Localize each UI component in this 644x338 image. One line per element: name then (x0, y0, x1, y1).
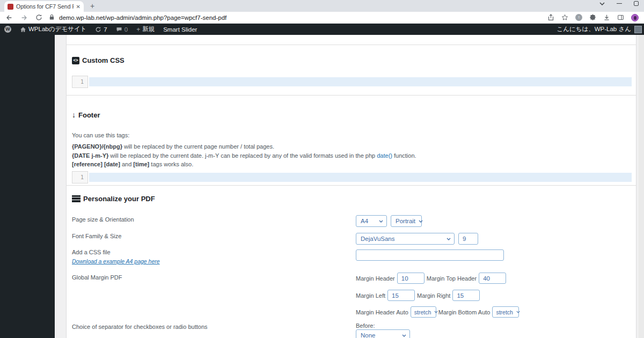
separator-label: Choice of separator for checkboxes or ra… (72, 324, 208, 330)
personalize-heading: Personalize your PDF (72, 195, 155, 203)
share-icon[interactable] (547, 14, 554, 21)
font-label: Font Family & Size (72, 233, 121, 239)
orientation-select[interactable]: Portrait (391, 215, 422, 227)
smart-slider-menu[interactable]: Smart Slider (159, 24, 201, 35)
margin-right-input[interactable] (452, 290, 480, 301)
font-size-input[interactable] (458, 233, 478, 245)
tab-favicon (8, 4, 13, 10)
section-divider (67, 185, 636, 186)
tab-search-chevron-icon[interactable] (599, 2, 605, 5)
font-family-select[interactable]: DejaVuSans (356, 233, 455, 245)
smart-slider-label: Smart Slider (163, 26, 197, 33)
footer-heading: ↓ Footer (72, 111, 100, 119)
global-margin-label: Global Margin PDF (72, 274, 122, 281)
margin-header-auto-label: Margin Header Auto (356, 309, 408, 315)
home-icon (20, 26, 26, 33)
window-minimize-button[interactable] (617, 3, 622, 4)
lock-icon (49, 13, 55, 23)
footer-intro: You can use this tags: (72, 132, 129, 138)
extensions-puzzle-icon[interactable] (589, 14, 596, 21)
margin-left-label: Margin Left (356, 292, 385, 299)
css-file-input[interactable] (356, 249, 504, 261)
footer-tag-line-1: {PAGENO}/{nbpg} will be replaced by the … (72, 143, 274, 150)
updates-icon (95, 26, 101, 33)
margin-top-header-input[interactable] (479, 273, 506, 284)
page-size-label: Page size & Orientation (72, 216, 134, 223)
editor-active-line[interactable] (89, 173, 632, 182)
address-bar[interactable]: demo.wp-lab.net/wp-admin/admin.php?page=… (49, 13, 547, 23)
css-file-label: Add a CSS file (72, 249, 111, 255)
wp-logo-menu[interactable]: W (0, 24, 16, 35)
margin-bottom-auto-select[interactable]: stretch (492, 306, 519, 318)
footer-editor[interactable]: 1 (72, 171, 633, 183)
page-scrollbar[interactable] (639, 35, 644, 338)
wordpress-logo-icon: W (4, 26, 11, 33)
before-label: Before: (356, 322, 375, 329)
custom-css-editor[interactable]: 1 (72, 76, 633, 88)
editor-line-number: 1 (72, 171, 88, 183)
bookmark-star-icon[interactable] (561, 14, 568, 21)
comments-count: 0 (125, 26, 128, 33)
profile-avatar[interactable] (631, 14, 639, 21)
section-divider (67, 95, 636, 95)
section-divider (67, 45, 636, 45)
browser-tab[interactable]: Options for CF7 Send PDF ‹ WPL… ✕ (4, 1, 84, 12)
margin-bottom-auto-label: Margin Bottom Auto (438, 309, 491, 315)
downloads-icon[interactable] (603, 14, 610, 21)
browser-tab-strip: Options for CF7 Send PDF ‹ WPL… ✕ + (0, 0, 644, 12)
php-date-link[interactable]: date() (377, 152, 392, 159)
chevron-down-icon (402, 334, 406, 337)
side-panel-icon[interactable] (617, 14, 624, 21)
wp-admin-sidebar (0, 35, 55, 338)
editor-active-line[interactable] (89, 77, 632, 86)
updates-count: 7 (104, 26, 107, 33)
settings-panel: <> Custom CSS 1 ↓ Footer You can use thi… (66, 35, 636, 338)
chevron-down-icon (516, 311, 520, 313)
plus-icon: + (136, 26, 140, 33)
margin-top-header-label: Margin Top Header (427, 275, 477, 282)
chevron-down-icon (419, 220, 423, 223)
download-example-link[interactable]: Download a example A4 page here (72, 258, 160, 264)
browser-toolbar: demo.wp-lab.net/wp-admin/admin.php?page=… (0, 12, 644, 24)
editor-line-number: 1 (72, 76, 88, 88)
comments-icon (116, 26, 122, 33)
new-tab-button[interactable]: + (90, 2, 94, 10)
updates-menu[interactable]: 7 (91, 24, 111, 35)
custom-css-heading: <> Custom CSS (72, 56, 125, 64)
new-label: 新規 (142, 25, 155, 33)
back-icon[interactable] (5, 14, 13, 21)
page-size-select[interactable]: A4 (356, 215, 387, 227)
footer-tag-line-2: {DATE j-m-Y} will be replaced by the cur… (72, 152, 416, 159)
comments-menu[interactable]: 0 (112, 24, 132, 35)
footer-title: Footer (78, 111, 100, 119)
code-icon: <> (72, 57, 79, 64)
new-content-menu[interactable]: + 新規 (132, 24, 159, 35)
site-name: WPLabのデモサイト (28, 25, 86, 33)
howdy-greeting[interactable]: こんにちは、WP-Lab さん (557, 25, 631, 33)
forward-icon[interactable] (20, 14, 28, 21)
user-avatar (634, 26, 642, 33)
reload-icon[interactable] (35, 14, 42, 21)
update-circle-icon[interactable]: ↑ (575, 14, 582, 21)
url-text: demo.wp-lab.net/wp-admin/admin.php?page=… (59, 14, 226, 21)
margin-left-input[interactable] (387, 290, 415, 301)
tab-close-icon[interactable]: ✕ (76, 4, 80, 10)
chevron-down-icon (447, 238, 451, 240)
down-arrow-icon: ↓ (72, 111, 76, 119)
personalize-title: Personalize your PDF (83, 195, 155, 203)
site-name-menu[interactable]: WPLabのデモサイト (16, 24, 91, 35)
chevron-down-icon (379, 220, 383, 223)
table-icon (72, 195, 80, 202)
margin-header-auto-select[interactable]: stretch (411, 306, 436, 318)
custom-css-title: Custom CSS (82, 56, 125, 64)
chevron-down-icon (434, 311, 438, 313)
before-separator-select[interactable]: None (356, 329, 410, 338)
margin-right-label: Margin Right (417, 292, 450, 299)
wp-admin-bar: W WPLabのデモサイト 7 0 + 新規 Smart Slider こんにち… (0, 24, 644, 35)
margin-header-label: Margin Header (356, 275, 395, 282)
tab-title: Options for CF7 Send PDF ‹ WPL… (16, 3, 74, 10)
margin-header-input[interactable] (397, 273, 425, 284)
window-maximize-button[interactable] (634, 1, 639, 6)
footer-tag-line-3: [reference] [date] and [time] tags works… (72, 161, 193, 167)
